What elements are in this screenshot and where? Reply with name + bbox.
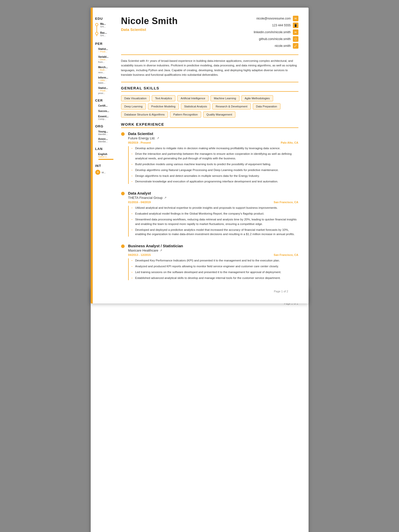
sidebar-org-label: ORG bbox=[95, 124, 109, 128]
bullet-2-4: Developed and deployed a predictive anal… bbox=[131, 228, 298, 237]
contact-github-text: github.com/nicole.smith bbox=[259, 37, 291, 41]
contact-portfolio-text: nicole.smith bbox=[275, 44, 291, 48]
skill-tag-11: Pattern Recognition bbox=[170, 111, 201, 118]
sidebar: EDU Ma... SAI... Bac... SAI... PER Stati… bbox=[91, 8, 111, 303]
bullet-3-4: Established advanced analytical skills t… bbox=[131, 276, 298, 280]
bullet-3-3: Led training sessions on the software de… bbox=[131, 270, 298, 275]
skill-tag-9: Data Preparation bbox=[253, 103, 280, 109]
sidebar-lan-label: LAN bbox=[95, 147, 109, 151]
ext-link-3[interactable]: ↗ bbox=[160, 249, 162, 252]
sidebar-org-item-1: Young... Membe... bbox=[95, 130, 109, 136]
skill-tag-5: Deep Learning bbox=[121, 103, 146, 109]
sidebar-per-item-1: Statist... – Predi... bbox=[95, 48, 109, 53]
work-location-1: Palo Alto, CA bbox=[281, 141, 298, 144]
sidebar-cer-item-1: Certifi... bbox=[95, 104, 109, 107]
bullet-2-3: Streamlined data processing workflows, r… bbox=[131, 217, 298, 226]
edu-school-2: SAI... bbox=[100, 34, 109, 37]
work-bullets-2: Utilized analytical and technical expert… bbox=[131, 206, 298, 237]
edu-circle-2 bbox=[95, 32, 98, 35]
sidebar-lan-item-1: English Native o... bbox=[95, 153, 109, 160]
page-2: Page 2 of 2 bbox=[91, 288, 309, 532]
lang-bar-fill bbox=[98, 159, 113, 160]
sidebar-cer-item-2: Succes... bbox=[95, 110, 109, 112]
work-dates-row-2: 01/2016 - 04/2019 San Francisco, CA bbox=[128, 201, 298, 204]
bullet-1-4: Develop algorithms using Natural Languag… bbox=[131, 168, 298, 173]
int-icon-1: ⚙ bbox=[95, 170, 100, 175]
work-dates-row-1: 05/2019 - Present Palo Alto, CA bbox=[128, 141, 298, 144]
sidebar-int-item-1: ⚙ M... bbox=[95, 170, 109, 175]
contact-phone-text: 123 444 5555 bbox=[272, 24, 291, 27]
bullet-2-2: Evaluated analytical model findings in t… bbox=[131, 212, 298, 216]
edu-degree-2: Bac... bbox=[100, 31, 109, 34]
work-bullets-box-2: Utilized analytical and technical expert… bbox=[128, 206, 298, 237]
sidebar-accent-bar bbox=[91, 8, 93, 303]
bullet-1-2: Drive the interaction and partnership be… bbox=[131, 152, 298, 161]
work-circle-2 bbox=[121, 192, 125, 195]
ext-link-1[interactable]: ↗ bbox=[157, 137, 159, 140]
work-bullets-box-3: Developed Key Performance Indicators (KP… bbox=[128, 258, 298, 280]
github-icon: ⬡ bbox=[293, 36, 298, 42]
work-location-3: San Francisco, CA bbox=[274, 253, 298, 256]
portfolio-icon: 🖊 bbox=[293, 43, 298, 49]
work-dates-1: 05/2019 - Present bbox=[128, 141, 151, 144]
skill-tag-1: Text Analytics bbox=[152, 95, 175, 101]
skill-tag-2: Artificial Intelligence bbox=[177, 95, 208, 101]
work-experience-header: WORK EXPERIENCE bbox=[121, 122, 298, 128]
work-company-3: Maxicare Healthcare ↗ bbox=[128, 249, 298, 252]
sidebar-per-item-3: Merch... – Built... reco... bbox=[95, 66, 109, 74]
int-label-1: M... bbox=[102, 171, 106, 174]
contact-linkedin-text: linkedin.com/in/nicole.smith bbox=[254, 30, 291, 34]
work-title-1: Data Scientist bbox=[128, 131, 298, 136]
work-bullets-1: Develop action plans to mitigate risks i… bbox=[131, 146, 298, 184]
skill-tag-7: Statistical Analysis bbox=[181, 103, 210, 109]
contact-github-row: github.com/nicole.smith ⬡ bbox=[254, 36, 298, 42]
skill-tag-10: Database Structure & Algorithms bbox=[121, 111, 168, 118]
contact-email-text: nicole@novoresume.com bbox=[256, 17, 291, 20]
contact-portfolio-row: nicole.smith 🖊 bbox=[254, 43, 298, 49]
bullet-3-1: Developed Key Performance Indicators (KP… bbox=[131, 258, 298, 263]
skill-tag-12: Quality Management bbox=[203, 111, 236, 118]
contact-block: nicole@novoresume.com ✉ 123 444 5555 📱 l… bbox=[254, 16, 298, 50]
work-item-3: Business Analyst / Statistician Maxicare… bbox=[121, 244, 298, 280]
skill-tag-0: Data Visualization bbox=[121, 95, 150, 101]
skill-tag-3: Machine Learning bbox=[211, 95, 239, 101]
lang-bar-bg bbox=[98, 159, 113, 160]
work-title-2: Data Analyst bbox=[128, 191, 298, 195]
sidebar-cer-item-3: Essent... Comp... bbox=[95, 115, 109, 120]
header-divider bbox=[121, 54, 298, 55]
bullet-3-2: Analyzed and produced KPI reports allowi… bbox=[131, 264, 298, 269]
work-dates-2: 01/2016 - 04/2019 bbox=[128, 201, 151, 204]
ext-link-2[interactable]: ↗ bbox=[164, 196, 166, 199]
work-circle-1 bbox=[121, 132, 125, 136]
contact-email-row: nicole@novoresume.com ✉ bbox=[254, 16, 298, 21]
work-dates-3: 04/2013 - 12/2015 bbox=[128, 253, 151, 256]
main-content: Nicole Smith Data Scientist nicole@novor… bbox=[113, 8, 309, 303]
work-company-2: THETA Financial Group ↗ bbox=[128, 196, 298, 200]
skill-tag-6: Predictive Modeling bbox=[148, 103, 179, 109]
work-bullets-3: Developed Key Performance Indicators (KP… bbox=[131, 258, 298, 280]
work-bullets-box-1: Develop action plans to mitigate risks i… bbox=[128, 146, 298, 184]
page-number: Page 1 of 2 bbox=[121, 287, 298, 295]
skill-tag-4: Agile Methodologies bbox=[241, 95, 273, 101]
sidebar-per-item-4: Inform... – Utiliz... basic... bbox=[95, 76, 109, 84]
bullet-1-5: Design algorithms to track and detect an… bbox=[131, 174, 298, 178]
skill-tag-8: Research & Development bbox=[212, 103, 251, 109]
sidebar-edu-item-2: Bac... SAI... bbox=[95, 31, 109, 37]
sidebar-edu-item-1: Ma... SAI... bbox=[95, 23, 109, 28]
bullet-2-1: Utilized analytical and technical expert… bbox=[131, 206, 298, 210]
work-item-1: Data Scientist Future Energy Ltd. ↗ 05/2… bbox=[121, 131, 298, 184]
sidebar-per-item-2: Variabl... – Deve... from... bbox=[95, 55, 109, 63]
work-dates-row-3: 04/2013 - 12/2015 San Francisco, CA bbox=[128, 253, 298, 256]
sidebar-int-label: INT bbox=[95, 164, 109, 168]
work-company-1: Future Energy Ltd. ↗ bbox=[128, 136, 298, 140]
general-skills-header: GENERAL SKILLS bbox=[121, 86, 298, 92]
sidebar-edu-label: EDU bbox=[95, 17, 109, 21]
sidebar-cer-label: CER bbox=[95, 99, 109, 102]
header-section: Nicole Smith Data Scientist nicole@novor… bbox=[121, 16, 298, 50]
candidate-name: Nicole Smith bbox=[121, 16, 178, 26]
contact-phone-row: 123 444 5555 📱 bbox=[254, 23, 298, 28]
page-1: EDU Ma... SAI... Bac... SAI... PER Stati… bbox=[91, 8, 309, 303]
bullet-1-1: Develop action plans to mitigate risks i… bbox=[131, 146, 298, 151]
skills-container: Data Visualization Text Analytics Artifi… bbox=[121, 95, 298, 118]
linkedin-icon: in bbox=[293, 29, 298, 35]
